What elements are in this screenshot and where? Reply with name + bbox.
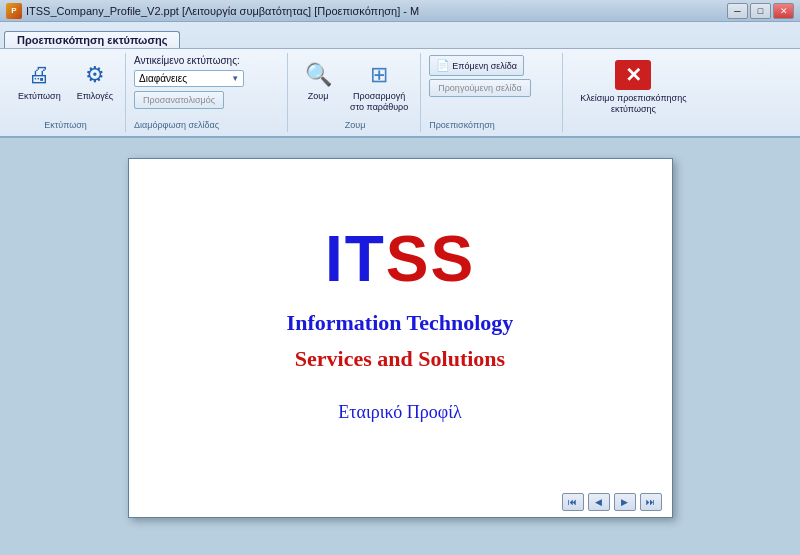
- print-icon: 🖨: [23, 59, 55, 91]
- preview-group-label: Προεπισκόπηση: [429, 117, 494, 130]
- group-zoom: 🔍 Ζουμ ⊞ Προσαρμογή στο παράθυρο Ζουμ: [290, 53, 421, 132]
- zoom-group-label: Ζουμ: [345, 117, 366, 130]
- slide-body-text: Εταιρικό Προφίλ: [338, 402, 461, 423]
- options-label: Επιλογές: [77, 91, 113, 102]
- logo-letter-s1: S: [386, 222, 431, 296]
- options-button[interactable]: ⚙ Επιλογές: [71, 55, 119, 106]
- itss-logo: I T S S: [325, 222, 475, 296]
- minimize-button[interactable]: ─: [727, 3, 748, 19]
- zoom-label: Ζουμ: [308, 91, 329, 102]
- title-bar-controls: ─ □ ✕: [727, 3, 794, 19]
- title-bar: P ITSS_Company_Profile_V2.ppt [Λειτουργί…: [0, 0, 800, 22]
- orientation-button[interactable]: Προσανατολισμός: [134, 91, 224, 109]
- preview-nav-content: 📄 Επόμενη σελίδα Προηγούμενη σελίδα: [429, 55, 531, 117]
- close-button[interactable]: ✕: [773, 3, 794, 19]
- logo-letter-i: I: [325, 222, 345, 296]
- slide-nav-bar: ⏮ ◀ ▶ ⏭: [129, 487, 672, 517]
- print-object-label: Αντικείμενο εκτύπωσης:: [134, 55, 240, 66]
- print-object-dropdown[interactable]: Διαφάνειες ▼: [134, 70, 244, 87]
- slide-first-button[interactable]: ⏮: [562, 493, 584, 511]
- close-preview-content: ✕ Κλείσιμο προεπισκόπησης εκτύπωσης: [571, 55, 695, 130]
- print-buttons: 🖨 Εκτύπωση ⚙ Επιλογές: [12, 55, 119, 117]
- close-preview-button[interactable]: ✕ Κλείσιμο προεπισκόπησης εκτύπωσης: [571, 55, 695, 120]
- zoom-button[interactable]: 🔍 Ζουμ: [296, 55, 340, 106]
- main-area: I T S S Information Technology Services …: [0, 138, 800, 555]
- group-close-preview: ✕ Κλείσιμο προεπισκόπησης εκτύπωσης: [565, 53, 701, 132]
- title-bar-text: ITSS_Company_Profile_V2.ppt [Λειτουργία …: [26, 5, 727, 17]
- ribbon: Προεπισκόπηση εκτύπωσης 🖨 Εκτύπωση ⚙ Επι…: [0, 22, 800, 138]
- next-page-button[interactable]: 📄 Επόμενη σελίδα: [429, 55, 524, 76]
- slide-subtitle-line1: Information Technology: [287, 310, 514, 336]
- close-preview-icon: ✕: [615, 60, 651, 90]
- page-setup-content: Αντικείμενο εκτύπωσης: Διαφάνειες ▼ Προσ…: [134, 55, 244, 117]
- fit-window-button[interactable]: ⊞ Προσαρμογή στο παράθυρο: [344, 55, 414, 117]
- print-label: Εκτύπωση: [18, 91, 61, 102]
- print-group-label: Εκτύπωση: [44, 117, 87, 130]
- group-print: 🖨 Εκτύπωση ⚙ Επιλογές Εκτύπωση: [6, 53, 126, 132]
- app-icon: P: [6, 3, 22, 19]
- prev-page-button[interactable]: Προηγούμενη σελίδα: [429, 79, 531, 97]
- slide-subtitle-line2: Services and Solutions: [295, 346, 505, 372]
- slide-next-button[interactable]: ▶: [614, 493, 636, 511]
- dropdown-value: Διαφάνειες: [139, 73, 187, 84]
- next-page-icon: 📄: [436, 59, 450, 72]
- zoom-icon: 🔍: [302, 59, 334, 91]
- ribbon-tab-bar: Προεπισκόπηση εκτύπωσης: [0, 22, 800, 48]
- logo-letter-s2: S: [430, 222, 475, 296]
- group-preview: 📄 Επόμενη σελίδα Προηγούμενη σελίδα Προε…: [423, 53, 563, 132]
- page-setup-group-label: Διαμόρφωση σελίδας: [134, 117, 219, 130]
- slide-last-button[interactable]: ⏭: [640, 493, 662, 511]
- print-button[interactable]: 🖨 Εκτύπωση: [12, 55, 67, 106]
- close-preview-label: Κλείσιμο προεπισκόπησης εκτύπωσης: [580, 93, 686, 115]
- zoom-content: 🔍 Ζουμ ⊞ Προσαρμογή στο παράθυρο: [296, 55, 414, 117]
- fit-icon: ⊞: [363, 59, 395, 91]
- options-icon: ⚙: [79, 59, 111, 91]
- dropdown-arrow-icon: ▼: [231, 74, 239, 83]
- ribbon-toolbar: 🖨 Εκτύπωση ⚙ Επιλογές Εκτύπωση Αντικείμε…: [0, 48, 800, 136]
- fit-label: Προσαρμογή στο παράθυρο: [350, 91, 408, 113]
- logo-letter-t: T: [345, 222, 386, 296]
- slide-prev-button[interactable]: ◀: [588, 493, 610, 511]
- group-page-setup: Αντικείμενο εκτύπωσης: Διαφάνειες ▼ Προσ…: [128, 53, 288, 132]
- tab-print-preview[interactable]: Προεπισκόπηση εκτύπωσης: [4, 31, 180, 48]
- slide-preview: I T S S Information Technology Services …: [128, 158, 673, 518]
- slide-content: I T S S Information Technology Services …: [129, 159, 672, 487]
- maximize-button[interactable]: □: [750, 3, 771, 19]
